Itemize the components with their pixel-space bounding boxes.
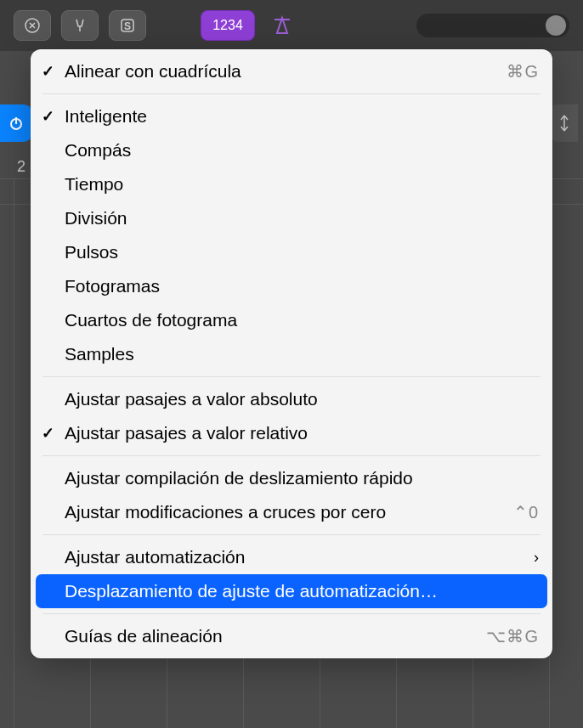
menu-label: Inteligente — [65, 106, 539, 127]
s-box-icon: S — [119, 17, 136, 34]
menu-item-beat[interactable]: Tiempo — [31, 167, 552, 201]
menu-label: Tiempo — [65, 174, 539, 195]
menu-label: Ajustar automatización — [65, 547, 527, 567]
menu-label: División — [65, 208, 539, 229]
menu-item-bar[interactable]: Compás — [31, 133, 552, 167]
menu-item-align-to-grid[interactable]: ✓ Alinear con cuadrícula ⌘G — [31, 54, 552, 88]
menu-item-snap-zero-crossings[interactable]: Ajustar modificaciones a cruces por cero… — [31, 495, 552, 529]
slider-thumb[interactable] — [546, 15, 566, 36]
menu-item-frames[interactable]: Fotogramas — [31, 269, 552, 303]
menu-label: Ajustar compilación de deslizamiento ráp… — [65, 468, 539, 488]
check-icon: ✓ — [31, 62, 65, 81]
metronome-icon — [271, 14, 293, 37]
tuning-fork-icon — [71, 17, 88, 34]
menu-divider — [42, 534, 541, 535]
menu-item-division[interactable]: División — [31, 201, 552, 235]
zoom-slider[interactable] — [416, 14, 569, 37]
check-icon: ✓ — [31, 424, 65, 443]
menu-label: Pulsos — [65, 242, 539, 262]
menu-label: Desplazamiento de ajuste de automatizaci… — [65, 581, 534, 601]
power-icon — [8, 115, 25, 132]
menu-divider — [42, 376, 541, 377]
metronome-button[interactable] — [265, 10, 299, 41]
menu-label: Ajustar pasajes a valor relativo — [65, 423, 539, 443]
ruler-position: 2 — [17, 158, 25, 176]
svg-text:S: S — [124, 20, 131, 32]
vertical-arrows-icon — [557, 113, 572, 133]
snap-menu: ✓ Alinear con cuadrícula ⌘G ✓ Inteligent… — [31, 49, 552, 658]
check-icon: ✓ — [31, 107, 65, 126]
chevron-right-icon: › — [534, 549, 539, 567]
x-circle-icon — [24, 17, 41, 34]
menu-item-smart[interactable]: ✓ Inteligente — [31, 99, 552, 133]
menu-item-ticks[interactable]: Pulsos — [31, 235, 552, 269]
menu-item-samples[interactable]: Samples — [31, 337, 552, 371]
menu-item-alignment-guides[interactable]: Guías de alineación ⌥⌘G — [31, 619, 552, 653]
shortcut: ⌘G — [507, 61, 539, 82]
shortcut: ⌃0 — [513, 502, 539, 522]
snap-value-label: 1234 — [212, 18, 243, 33]
menu-item-automation-snap-offset[interactable]: Desplazamiento de ajuste de automatizaci… — [36, 574, 547, 608]
power-button[interactable] — [0, 104, 32, 142]
menu-item-snap-absolute[interactable]: Ajustar pasajes a valor absoluto — [31, 382, 552, 416]
menu-item-quarter-frames[interactable]: Cuartos de fotograma — [31, 303, 552, 337]
menu-label: Guías de alineación — [65, 626, 486, 646]
vertical-zoom-button[interactable] — [551, 104, 578, 142]
menu-label: Ajustar pasajes a valor absoluto — [65, 389, 539, 409]
menu-label: Alinear con cuadrícula — [65, 61, 507, 82]
close-x-button[interactable] — [14, 10, 51, 41]
menu-item-snap-relative[interactable]: ✓ Ajustar pasajes a valor relativo — [31, 416, 552, 450]
menu-divider — [42, 455, 541, 456]
menu-divider — [42, 93, 541, 94]
menu-label: Fotogramas — [65, 276, 539, 296]
menu-item-snap-quick-swipe[interactable]: Ajustar compilación de deslizamiento ráp… — [31, 461, 552, 495]
menu-item-snap-automation[interactable]: Ajustar automatización › — [31, 540, 552, 574]
solo-button[interactable]: S — [109, 10, 146, 41]
menu-label: Cuartos de fotograma — [65, 310, 539, 330]
shortcut: ⌥⌘G — [486, 626, 539, 646]
menu-label: Samples — [65, 344, 539, 364]
menu-label: Ajustar modificaciones a cruces por cero — [65, 502, 513, 522]
menu-label: Compás — [65, 140, 539, 161]
toolbar: S 1234 — [0, 0, 583, 51]
snap-value-button[interactable]: 1234 — [201, 10, 255, 41]
menu-divider — [42, 613, 541, 614]
tuning-fork-button[interactable] — [61, 10, 99, 41]
